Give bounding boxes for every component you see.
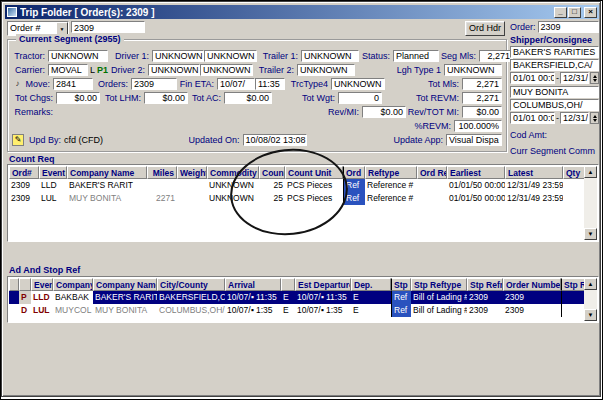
ord-hdr-button[interactable]: Ord Hdr — [465, 21, 505, 36]
consignee-earliest-field[interactable]: 01/01 00:00 — [510, 112, 555, 124]
shipper-earliest-field[interactable]: 01/01 00:00 — [510, 72, 555, 84]
cell: E — [281, 304, 295, 317]
column-header[interactable]: Earliest — [447, 166, 505, 179]
column-header[interactable]: Company — [53, 278, 93, 291]
titlebar[interactable]: Trip Folder [ Order(s): 2309 ] _ □ × — [5, 5, 599, 19]
stops-scrollbar[interactable]: ▲ ▼ — [584, 278, 597, 321]
tot-mls-field[interactable]: 2,271 — [462, 78, 502, 90]
date-spinner[interactable] — [590, 72, 599, 84]
table-row[interactable]: 2309LLDBAKER'S RARITUNKNOWN25PCS PiecesR… — [9, 179, 584, 192]
status-field[interactable]: Planned — [393, 50, 439, 62]
column-header[interactable]: Ord# — [9, 166, 39, 179]
count-req-scrollbar[interactable]: ▲ ▼ — [584, 166, 597, 240]
consignee-latest-field[interactable]: 12/31/ — [560, 112, 589, 124]
column-header[interactable]: Dep. — [351, 278, 391, 291]
scroll-track[interactable] — [584, 290, 597, 309]
fin-eta-time-field[interactable]: 11:35 — [255, 78, 285, 90]
notes-icon[interactable]: ✎ — [12, 134, 24, 146]
table-row[interactable]: DLULMUYCOLMUY BONITACOLUMBUS,OH/10/07/▪ … — [9, 304, 584, 317]
column-header[interactable] — [281, 278, 295, 291]
column-header[interactable]: Est Departure — [295, 278, 351, 291]
shipper-consignee-label: Shipper/Consignee — [510, 35, 599, 45]
rev-tot-mi-field[interactable]: $0.00 — [462, 106, 502, 118]
column-header[interactable]: City/County — [157, 278, 225, 291]
scroll-down-icon[interactable]: ▼ — [584, 309, 597, 321]
column-header[interactable]: Event — [31, 278, 53, 291]
tot-ac-field[interactable]: $0.00 — [224, 92, 272, 104]
shipper-latest-field[interactable]: 12/31/ — [560, 72, 589, 84]
consignee-name-field[interactable]: MUY BONITA — [510, 86, 599, 98]
column-header[interactable]: Ord — [343, 166, 365, 179]
update-app-field[interactable]: Visual Dispa — [446, 134, 502, 146]
trctype4-field[interactable]: UNKNOWN — [331, 78, 385, 90]
column-header[interactable]: Count — [259, 166, 285, 179]
driver2-first-field[interactable]: UNKNOWN — [148, 64, 200, 76]
spin-down-icon[interactable] — [593, 119, 597, 122]
consignee-city-field[interactable]: COLUMBUS,OH/ — [510, 99, 599, 111]
driver2-last-field[interactable]: UNKNOWN — [200, 64, 253, 76]
trailer1-field[interactable]: UNKNOWN — [301, 50, 359, 62]
seg-mls-field[interactable]: 2,271 — [479, 50, 513, 62]
cell: Reference # — [365, 192, 417, 205]
carrier-flag-l: L — [88, 65, 95, 75]
driver1-last-field[interactable]: UNKNOWN — [204, 50, 257, 62]
updated-on-field[interactable]: 10/08/02 13:08 — [243, 134, 307, 146]
trailer1-label: Trailer 1: — [257, 51, 301, 61]
driver1-first-field[interactable]: UNKNOWN — [152, 50, 204, 62]
tractor-field[interactable]: UNKNOWN — [48, 50, 108, 62]
column-header[interactable]: Latest — [505, 166, 563, 179]
column-header[interactable]: Ord Ref # — [417, 166, 447, 179]
scroll-up-icon[interactable]: ▲ — [584, 166, 597, 178]
tot-wgt-field[interactable]: 0 — [338, 92, 382, 104]
tot-chgs-field[interactable]: $0.00 — [56, 92, 100, 104]
scroll-track[interactable] — [584, 178, 597, 228]
date-spinner[interactable] — [590, 112, 599, 124]
scroll-up-icon[interactable]: ▲ — [584, 278, 597, 290]
order-number-input[interactable]: 2309 — [71, 21, 145, 33]
column-header[interactable]: Weight — [177, 166, 207, 179]
spin-down-icon[interactable] — [593, 79, 597, 82]
minimize-button-icon[interactable]: _ — [554, 7, 567, 18]
column-header[interactable] — [19, 278, 31, 291]
column-header[interactable]: Stp Refnum — [467, 278, 503, 291]
column-header[interactable]: Reftype — [365, 166, 417, 179]
revm-pct-field[interactable]: 100.000% — [454, 120, 502, 132]
scroll-down-icon[interactable]: ▼ — [584, 228, 597, 240]
table-row[interactable]: 2309LULMUY BONITA2271UNKNOWN25PCS Pieces… — [9, 192, 584, 205]
cell — [147, 179, 177, 192]
column-header[interactable]: Commodity De — [207, 166, 259, 179]
table-row[interactable]: PLLDBAKBAKBAKER'S RARITBAKERSFIELD,CA10/… — [9, 291, 584, 304]
shipper-city-field[interactable]: BAKERSFIELD,CA/ — [510, 59, 599, 71]
column-header[interactable]: Stp Reftype — [411, 278, 467, 291]
fin-eta-date-field[interactable]: 10/07/ — [217, 78, 255, 90]
column-header[interactable]: Company Name — [93, 278, 157, 291]
column-header[interactable]: Stp — [391, 278, 411, 291]
segment-row-1: Tractor: UNKNOWN Driver 1: UNKNOWN UNKNO… — [8, 49, 506, 63]
orders-field[interactable]: 2309 — [131, 78, 177, 90]
spin-up-icon[interactable] — [593, 115, 597, 118]
trailer2-field[interactable]: UNKNOWN — [297, 64, 355, 76]
tot-revm-field[interactable]: 2,271 — [462, 92, 502, 104]
column-header[interactable]: Qty — [563, 166, 584, 179]
spin-up-icon[interactable] — [593, 75, 597, 78]
column-header[interactable]: Event — [39, 166, 67, 179]
column-header[interactable]: Arrival — [225, 278, 281, 291]
close-button-icon[interactable]: × — [584, 7, 597, 18]
column-header[interactable]: Company Name — [67, 166, 147, 179]
order-field[interactable]: 2309 — [538, 21, 599, 33]
stops-table: EventCompanyCompany NameCity/CountyArriv… — [7, 276, 599, 323]
tot-lhm-field[interactable]: $0.00 — [144, 92, 188, 104]
column-header[interactable]: Order Number — [503, 278, 561, 291]
lgh-type1-field[interactable]: UNKNOWN — [444, 64, 502, 76]
count-req-title: Count Req — [9, 154, 55, 164]
column-header[interactable] — [9, 278, 19, 291]
column-header[interactable]: Stp Ref — [561, 278, 584, 291]
shipper-name-field[interactable]: BAKER'S RARITIES — [510, 46, 599, 58]
move-field[interactable]: 2841 — [53, 78, 93, 90]
rev-mi-field[interactable]: $0.00 — [362, 106, 406, 118]
column-header[interactable]: Miles — [147, 166, 177, 179]
column-header[interactable]: Count Unit — [285, 166, 343, 179]
carrier-field[interactable]: MOVAL — [48, 64, 88, 76]
maximize-button-icon[interactable]: □ — [568, 7, 581, 18]
cell: 01/01/50 00:00 — [447, 192, 505, 205]
